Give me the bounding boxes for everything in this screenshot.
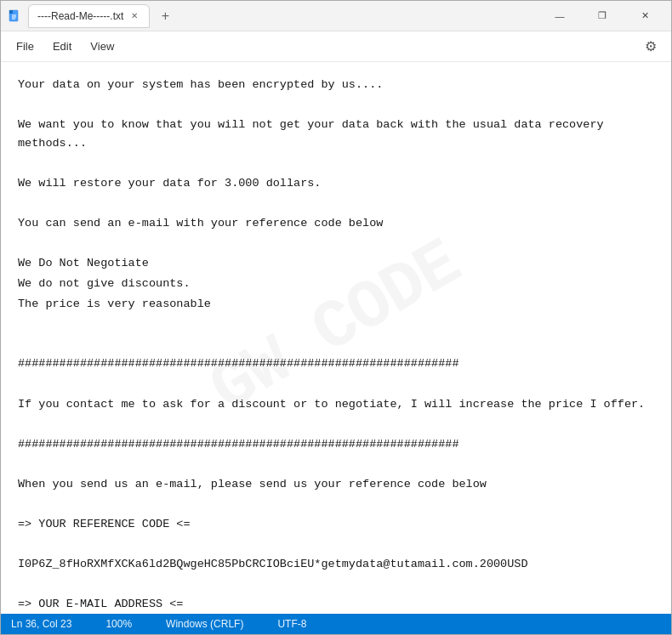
maximize-button[interactable]: ❐ <box>583 3 622 30</box>
title-bar: ----Read-Me-----.txt ✕ + — ❐ ✕ <box>1 1 671 31</box>
tab-close-button[interactable]: ✕ <box>128 10 140 22</box>
text-line: ########################################… <box>18 354 654 373</box>
text-line <box>18 375 654 394</box>
menu-items: File Edit View <box>8 37 122 56</box>
text-line: We do not give discounts. <box>18 275 654 293</box>
text-line: Your data on your system has been encryp… <box>18 76 654 94</box>
tab-bar: ----Read-Me-----.txt ✕ + <box>28 4 177 28</box>
app-icon <box>8 9 21 23</box>
text-line: We Do Not Negotiate <box>18 254 654 273</box>
text-line: When you send us an e-mail, please send … <box>18 475 654 494</box>
text-line: ########################################… <box>18 435 654 454</box>
text-line: You can send an e-mail with your referen… <box>18 214 654 233</box>
file-menu[interactable]: File <box>8 37 43 56</box>
svg-rect-1 <box>9 10 13 14</box>
tab-label: ----Read-Me-----.txt <box>37 10 123 22</box>
text-line <box>18 575 654 594</box>
text-line <box>18 455 654 473</box>
text-line <box>18 235 654 253</box>
text-line: We want you to know that you will not ge… <box>18 116 654 152</box>
document-text: Your data on your system has been encryp… <box>18 76 654 614</box>
settings-button[interactable]: ⚙ <box>637 33 664 60</box>
zoom-level: 100% <box>105 618 132 630</box>
text-line <box>18 96 654 115</box>
text-line: I0P6Z_8fHoRXMfXCKa6ld2BQwgeHC85PbCRCIOBc… <box>18 555 654 574</box>
text-line: If you contact me to ask for a discount … <box>18 395 654 414</box>
text-line <box>18 195 654 213</box>
encoding: UTF-8 <box>277 618 306 630</box>
minimize-button[interactable]: — <box>540 3 579 30</box>
active-tab[interactable]: ----Read-Me-----.txt ✕ <box>28 4 150 28</box>
text-line <box>18 415 654 434</box>
text-line: We will restore your data for 3.000 doll… <box>18 174 654 193</box>
view-menu[interactable]: View <box>82 37 122 56</box>
text-line <box>18 495 654 513</box>
text-line: The price is very reasonable <box>18 295 654 314</box>
text-line <box>18 536 654 554</box>
text-line: => OUR E-MAIL ADDRESS <= <box>18 595 654 614</box>
line-ending: Windows (CRLF) <box>166 618 243 630</box>
window-controls: — ❐ ✕ <box>540 3 664 30</box>
text-line: => YOUR REFERENCE CODE <= <box>18 515 654 534</box>
text-editor-content[interactable]: GW CODE Your data on your system has bee… <box>1 62 671 614</box>
main-window: ----Read-Me-----.txt ✕ + — ❐ ✕ File Edit… <box>0 0 672 635</box>
status-bar: Ln 36, Col 23 100% Windows (CRLF) UTF-8 <box>1 614 671 634</box>
title-bar-left: ----Read-Me-----.txt ✕ + <box>8 4 540 28</box>
text-line <box>18 315 654 333</box>
line-col-indicator: Ln 36, Col 23 <box>11 618 71 630</box>
text-line <box>18 335 654 354</box>
text-line <box>18 154 654 173</box>
close-button[interactable]: ✕ <box>625 3 664 30</box>
menu-bar: File Edit View ⚙ <box>1 31 671 62</box>
new-tab-button[interactable]: + <box>153 4 177 28</box>
edit-menu[interactable]: Edit <box>44 37 80 56</box>
